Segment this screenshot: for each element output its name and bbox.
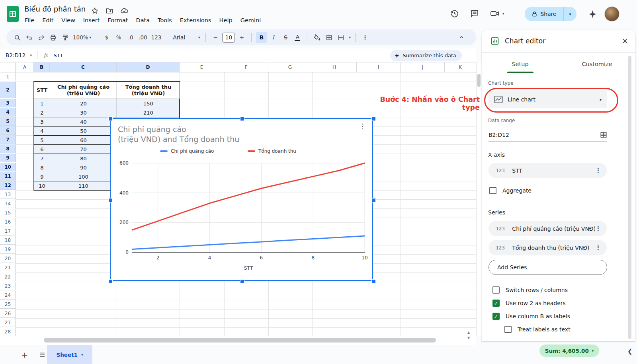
row-header-7[interactable]: 7 bbox=[0, 135, 16, 144]
bold-button[interactable]: B bbox=[256, 32, 267, 43]
row-header-16[interactable]: 16 bbox=[0, 218, 16, 226]
tab-customize[interactable]: Customize bbox=[559, 55, 635, 74]
add-sheet-icon[interactable]: + bbox=[19, 349, 30, 360]
row-header-5[interactable]: 5 bbox=[0, 117, 16, 126]
add-series-button[interactable]: Add Series bbox=[488, 260, 607, 275]
table-header-cell[interactable]: Tổng doanh thu (triệu VNĐ) bbox=[117, 82, 180, 99]
share-button-main[interactable]: Share bbox=[525, 7, 564, 21]
menu-format[interactable]: Format bbox=[104, 16, 132, 25]
table-cell[interactable]: 10 bbox=[34, 181, 50, 191]
option-switch-rows-columns[interactable]: Switch rows / columns bbox=[492, 286, 568, 294]
scroll-down-icon[interactable]: ▼ bbox=[467, 336, 470, 340]
table-cell[interactable]: 30 bbox=[50, 108, 117, 117]
row-header-10[interactable]: 10 bbox=[0, 163, 16, 171]
font-size-input[interactable]: 10 bbox=[222, 33, 235, 43]
series-options-icon[interactable]: ⋮ bbox=[595, 225, 601, 232]
borders-icon[interactable] bbox=[324, 32, 334, 43]
share-button[interactable]: Share ▾ bbox=[525, 7, 576, 21]
select-data-range-icon[interactable] bbox=[600, 131, 607, 138]
table-cell[interactable]: 9 bbox=[34, 172, 50, 181]
checkbox[interactable] bbox=[492, 286, 500, 294]
sum-badge[interactable]: Sum: 4,605.00 ▾ bbox=[539, 345, 599, 357]
vertical-scrollbar-thumb[interactable] bbox=[477, 74, 481, 87]
row-header-25[interactable]: 25 bbox=[0, 300, 16, 309]
table-cell[interactable]: 5 bbox=[34, 135, 50, 145]
row-header-28[interactable]: 28 bbox=[0, 327, 16, 336]
column-header-E[interactable]: E bbox=[180, 62, 224, 72]
row-header-11[interactable]: 11 bbox=[0, 172, 16, 181]
checkbox[interactable]: ✓ bbox=[492, 300, 500, 307]
option-treat-labels-as-text[interactable]: Treat labels as text bbox=[504, 326, 571, 333]
chart-resize-handle[interactable] bbox=[109, 117, 112, 121]
aggregate-checkbox[interactable] bbox=[489, 187, 496, 194]
strikethrough-button[interactable]: S bbox=[280, 32, 291, 43]
table-cell[interactable]: 210 bbox=[117, 108, 180, 117]
menu-view[interactable]: View bbox=[57, 16, 79, 25]
move-folder-icon[interactable] bbox=[106, 7, 113, 15]
menu-file[interactable]: File bbox=[21, 16, 38, 25]
print-icon[interactable] bbox=[48, 32, 58, 43]
column-header-G[interactable]: G bbox=[268, 62, 312, 72]
option-use-column-b-as-labels[interactable]: ✓Use column B as labels bbox=[492, 313, 570, 320]
paint-format-icon[interactable] bbox=[60, 32, 70, 43]
checkbox[interactable]: ✓ bbox=[492, 313, 500, 320]
italic-button[interactable]: I bbox=[268, 32, 279, 43]
table-cell[interactable]: 90 bbox=[50, 163, 117, 172]
data-range-field[interactable]: B2:D12 bbox=[488, 128, 607, 142]
aggregate-option[interactable]: Aggregate bbox=[489, 187, 531, 194]
close-icon[interactable]: ✕ bbox=[622, 37, 628, 45]
column-header-C[interactable]: C bbox=[50, 62, 117, 72]
table-cell[interactable]: 110 bbox=[50, 181, 117, 191]
chart-resize-handle[interactable] bbox=[372, 280, 375, 283]
scroll-up-icon[interactable]: ▲ bbox=[467, 331, 470, 334]
row-header-9[interactable]: 9 bbox=[0, 154, 16, 162]
select-all-corner[interactable] bbox=[0, 62, 16, 72]
column-header-H[interactable]: H bbox=[312, 62, 357, 72]
all-sheets-icon[interactable] bbox=[37, 349, 48, 360]
chart-resize-handle[interactable] bbox=[372, 117, 375, 121]
table-cell[interactable]: 8 bbox=[34, 163, 50, 172]
row-header-12[interactable]: 12 bbox=[0, 181, 16, 190]
summarize-data-button[interactable]: Summarize this data bbox=[390, 50, 462, 61]
search-icon[interactable] bbox=[12, 32, 22, 43]
collapse-toolbar-icon[interactable] bbox=[459, 29, 464, 45]
column-header-D[interactable]: D bbox=[117, 62, 180, 72]
table-cell[interactable]: 50 bbox=[50, 126, 117, 136]
checkbox[interactable] bbox=[504, 326, 512, 333]
fill-color-icon[interactable] bbox=[312, 32, 322, 43]
table-cell[interactable]: 150 bbox=[117, 99, 180, 108]
text-color-button[interactable]: A bbox=[292, 32, 303, 43]
sheet-tab-active[interactable]: Sheet1 ▾ bbox=[47, 345, 92, 364]
row-header-21[interactable]: 21 bbox=[0, 263, 16, 272]
font-family-select[interactable]: Arial▾ bbox=[172, 32, 201, 43]
column-header-A[interactable]: A bbox=[16, 62, 34, 72]
row-header-18[interactable]: 18 bbox=[0, 236, 16, 245]
format-currency-button[interactable]: $ bbox=[102, 32, 112, 43]
row-header-3[interactable]: 3 bbox=[0, 99, 16, 107]
series-options-icon[interactable]: ⋮ bbox=[595, 244, 601, 251]
x-axis-options-icon[interactable]: ⋮ bbox=[595, 167, 601, 174]
menu-data[interactable]: Data bbox=[132, 16, 154, 25]
table-cell[interactable]: 3 bbox=[34, 117, 50, 127]
row-header-19[interactable]: 19 bbox=[0, 245, 16, 254]
menu-tools[interactable]: Tools bbox=[154, 16, 176, 25]
column-header-I[interactable]: I bbox=[357, 62, 401, 72]
tab-setup[interactable]: Setup bbox=[482, 55, 559, 74]
row-header-20[interactable]: 20 bbox=[0, 254, 16, 263]
format-percent-button[interactable]: % bbox=[113, 32, 124, 43]
table-cell[interactable]: 20 bbox=[50, 99, 117, 108]
row-header-4[interactable]: 4 bbox=[0, 108, 16, 117]
column-header-F[interactable]: F bbox=[224, 62, 268, 72]
star-icon[interactable] bbox=[91, 7, 99, 15]
more-toolbar-icon[interactable]: ⋮ bbox=[360, 32, 370, 43]
menu-help[interactable]: Help bbox=[215, 16, 236, 25]
chart-type-dropdown[interactable]: Line chart ▾ bbox=[488, 91, 607, 108]
menu-gemini[interactable]: Gemini bbox=[236, 16, 265, 25]
share-dropdown-caret[interactable]: ▾ bbox=[564, 12, 576, 16]
table-cell[interactable]: 4 bbox=[34, 126, 50, 136]
x-axis-field[interactable]: 123 STT ⋮ bbox=[488, 163, 607, 178]
sheets-logo-icon[interactable] bbox=[7, 6, 19, 22]
merge-cells-icon[interactable] bbox=[336, 32, 346, 43]
row-header-23[interactable]: 23 bbox=[0, 282, 16, 290]
table-header-cell[interactable]: Chi phí quảng cáo (triệu VNĐ) bbox=[50, 82, 117, 99]
